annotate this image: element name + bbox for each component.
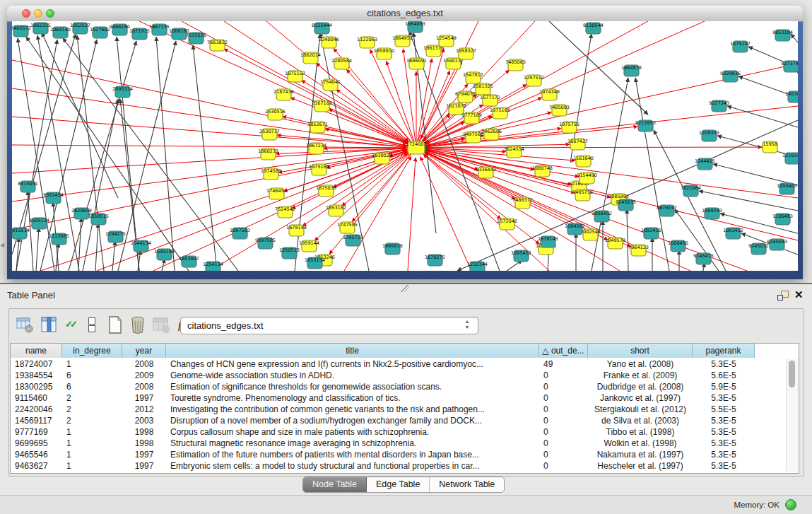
cell-pagerank: 5.3E-5 [693, 460, 755, 472]
cytoscape-app: { "window": { "title": "citations_edges.… [0, 0, 812, 514]
network-node-label: 7485083 [549, 105, 570, 110]
table-row[interactable]: 1938455462009Genome-wide association stu… [11, 370, 786, 381]
network-edge [83, 99, 118, 271]
network-node-label: 1860233 [258, 148, 278, 154]
column-header-title[interactable]: title [166, 344, 539, 358]
network-node-label: 1664951 [392, 35, 413, 41]
network-edge [12, 148, 406, 173]
table-row[interactable]: 2242004622012Investigating the contribut… [11, 404, 786, 415]
network-node-label: 1527602 [90, 27, 110, 33]
network-node-label: 9466160 [110, 24, 130, 30]
network-edge [16, 238, 19, 271]
column-header-in_degree[interactable]: in_degree [62, 344, 122, 358]
table-row[interactable]: 1456911722003Disruption of a novel membe… [11, 415, 786, 426]
network-node-label: 1958327 [456, 48, 476, 54]
scrollbar-thumb[interactable] [789, 361, 795, 387]
network-node-label: 1974585 [261, 168, 281, 174]
network-canvas[interactable]: 1724007224004618620141875157218743625305… [12, 21, 798, 271]
network-node-label: 1853847 [179, 256, 199, 262]
table-selector-dropdown[interactable]: citations_edges.txt ▲▼ [180, 317, 478, 334]
network-node-label: 2530717 [259, 129, 280, 134]
vertical-scrollbar[interactable] [786, 358, 798, 472]
memory-status-label: Memory: OK [734, 501, 779, 509]
table-row[interactable]: 946554611997Estimation of the future num… [11, 449, 786, 460]
network-node-label: 1094562 [565, 223, 585, 229]
tab-node-table[interactable]: Node Table [303, 477, 367, 492]
cell-short: Dudbridge et al. (2008) [588, 381, 693, 392]
delete-column-icon[interactable] [129, 315, 148, 335]
cell-out_de: 0 [539, 404, 588, 415]
cell-pagerank: 5.6E-5 [693, 370, 755, 381]
close-panel-icon[interactable]: ✕ [794, 288, 804, 301]
column-header-name[interactable]: name [11, 344, 62, 358]
network-edge [78, 218, 81, 271]
column-header-out_de[interactable]: △ out_de... [539, 344, 588, 358]
network-edge [193, 45, 217, 271]
network-node-label: 1746454 [266, 188, 287, 194]
network-node-label: 1577172 [480, 95, 500, 100]
cell-name: 22420046 [11, 404, 62, 415]
cell-year: 1997 [122, 449, 166, 460]
network-node-label: 9245043 [767, 239, 787, 245]
network-node-label: 1254549 [436, 35, 457, 41]
tab-edge-table[interactable]: Edge Table [367, 477, 430, 492]
column-header-short[interactable]: short [588, 344, 693, 358]
column-header-pagerank[interactable]: pagerank [693, 344, 755, 358]
cell-pagerank: 5.9E-5 [693, 381, 755, 392]
network-edge [12, 150, 406, 230]
memory-status-icon[interactable] [785, 499, 796, 510]
network-edge [420, 157, 471, 271]
network-node-label: 1975165 [490, 107, 510, 113]
table-row[interactable]: 977716911998Corpus callosum shape and si… [11, 426, 786, 438]
cell-short: Hescheler et al. (1997) [588, 460, 693, 472]
network-node-label: 1658910 [374, 48, 394, 54]
network-node-label: 1853182 [326, 205, 346, 211]
network-edge [344, 156, 411, 271]
tab-network-table[interactable]: Network Table [430, 477, 504, 492]
network-node-label: 2069140 [50, 27, 71, 33]
network-node-label: 1572040 [497, 218, 517, 224]
network-node-label: 1875035 [316, 185, 336, 191]
table-row[interactable]: 911546021997Tourette syndrome. Phenomeno… [11, 392, 786, 404]
show-columns-icon[interactable] [40, 315, 59, 335]
table-row[interactable]: 1830029562008Estimation of significance … [11, 381, 786, 392]
cell-short: Franke et al. (2009) [588, 370, 693, 381]
dropdown-stepper-icon: ▲▼ [462, 319, 472, 332]
network-node-label: 1161640 [573, 156, 594, 161]
network-node-label: 1453404 [785, 91, 798, 97]
cell-pagerank: 5.3E-5 [693, 438, 755, 449]
network-edge [713, 164, 798, 185]
cell-out_de: 49 [539, 358, 588, 370]
network-node-label: 1095452 [511, 250, 531, 256]
cell-title: Structural magnetic resonance image aver… [166, 438, 539, 449]
network-edge [63, 38, 238, 271]
cell-out_de: 0 [539, 415, 588, 426]
column-header-year[interactable]: year [122, 344, 166, 358]
new-table-icon[interactable] [106, 315, 126, 335]
network-node-label: 1065325 [30, 23, 51, 28]
network-node-label: 1621064 [681, 185, 701, 191]
sidebar-collapse-arrow-icon[interactable]: ◀ [0, 242, 4, 248]
network-window-title: citations_edges.txt [7, 8, 803, 18]
splitter-grip-icon[interactable] [401, 285, 409, 292]
network-node-label: 1795723 [343, 235, 363, 240]
table-options-icon[interactable] [16, 315, 35, 335]
network-window-titlebar[interactable]: citations_edges.txt [7, 6, 803, 22]
network-node-label: 1581325 [473, 83, 493, 89]
network-node-label: 8215953 [635, 120, 656, 126]
delete-table-disabled-icon [151, 315, 171, 335]
network-node-label: 1093452 [723, 228, 743, 233]
table-row[interactable]: 946362711997Embryonic stem cells: a mode… [11, 460, 786, 472]
table-row[interactable]: 969969511998Structural magnetic resonanc… [11, 438, 786, 449]
network-node-label: 1244415 [695, 158, 715, 164]
network-node-label: 1294275 [105, 231, 126, 237]
table-panel-title: Table Panel [7, 290, 55, 300]
unselect-all-icon[interactable] [82, 315, 102, 335]
network-node-label: 9853104 [772, 30, 793, 35]
float-window-icon[interactable] [777, 291, 789, 300]
cell-short: Yano et al. (2008) [588, 358, 693, 370]
table-row[interactable]: 1872400712008Changes of HCN gene express… [11, 358, 786, 370]
network-node-label: 1678144 [286, 225, 307, 230]
network-node-label: 7462606 [481, 129, 502, 134]
cell-year: 1997 [122, 460, 166, 472]
